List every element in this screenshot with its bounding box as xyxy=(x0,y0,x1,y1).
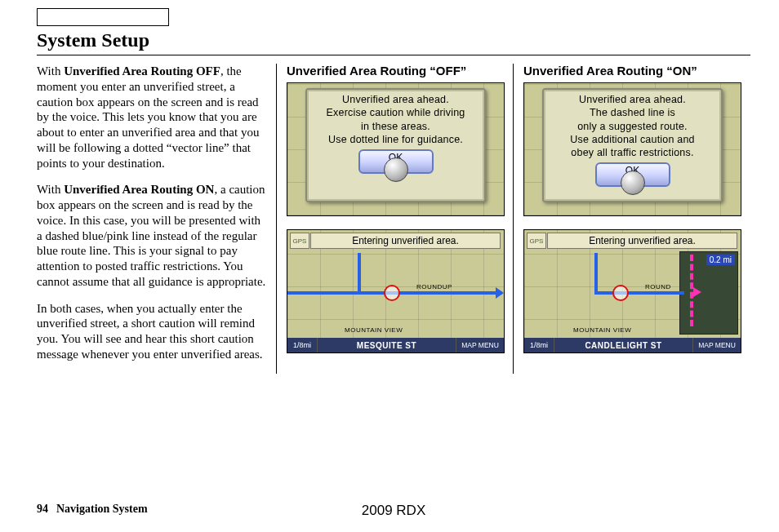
map-menu-button[interactable]: MAP MENU xyxy=(693,338,741,352)
bold-on: Unverified Area Routing ON xyxy=(64,183,214,196)
text: , the moment you enter an unverified str… xyxy=(37,64,259,170)
page-footer: 94 Navigation System 2009 RDX xyxy=(37,503,750,516)
road-label: ROUNDUP xyxy=(416,283,452,290)
map-bottom-bar: 1/8mi CANDLELIGHT ST MAP MENU xyxy=(524,338,741,352)
caution-dialog: Unverified area ahead. Exercise caution … xyxy=(305,88,486,202)
content-columns: With Unverified Area Routing OFF, the mo… xyxy=(37,64,750,374)
gps-indicator: GPS xyxy=(527,233,546,249)
subheading-off: Unverified Area Routing “OFF” xyxy=(287,64,503,78)
ok-button[interactable]: OK xyxy=(358,149,434,174)
ok-button[interactable]: OK xyxy=(595,162,670,187)
text: , a caution box appears on the screen an… xyxy=(37,183,265,288)
column-off: Unverified Area Routing “OFF” Unverified… xyxy=(277,64,514,374)
selector-knob-icon xyxy=(384,157,408,182)
current-street: MESQUITE ST xyxy=(317,338,456,352)
gps-indicator: GPS xyxy=(290,233,309,249)
dialog-line: in these areas. xyxy=(361,120,430,133)
horizontal-rule xyxy=(37,55,750,55)
vehicle-position-icon xyxy=(612,285,629,301)
dashed-route-line xyxy=(690,255,693,326)
distance-tag: 0.2 mi xyxy=(706,255,735,265)
route-line xyxy=(358,253,361,294)
text: With xyxy=(37,64,64,78)
dialog-line: obey all traffic restrictions. xyxy=(571,146,693,159)
road-label: MOUNTAIN VIEW xyxy=(573,326,631,334)
caution-banner: Entering unverified area. xyxy=(547,233,737,249)
dialog-line: Exercise caution while driving xyxy=(327,106,465,119)
route-line xyxy=(594,291,684,295)
screenshot-off-map: GPS Entering unverified area. ROUNDUP MO… xyxy=(287,229,505,353)
map-bottom-bar: 1/8mi MESQUITE ST MAP MENU xyxy=(287,338,504,352)
dialog-line: Use additional caution and xyxy=(570,133,695,146)
dialog-line: Unverified area ahead. xyxy=(579,93,686,106)
caution-banner: Entering unverified area. xyxy=(310,233,501,249)
route-line xyxy=(594,253,598,294)
text: With xyxy=(37,183,64,196)
model-year: 2009 RDX xyxy=(37,503,750,519)
guidance-panel: 0.2 mi xyxy=(679,251,738,335)
column-text: With Unverified Area Routing OFF, the mo… xyxy=(37,64,277,374)
map-menu-button[interactable]: MAP MENU xyxy=(456,338,504,352)
subheading-on: Unverified Area Routing “ON” xyxy=(523,64,741,78)
screenshot-off-dialog: Unverified area ahead. Exercise caution … xyxy=(287,82,505,216)
selector-knob-icon xyxy=(621,171,645,195)
screenshot-on-map: GPS Entering unverified area. 0.2 mi ROU… xyxy=(523,229,741,353)
dialog-line: only a suggested route. xyxy=(577,120,688,133)
caution-dialog: Unverified area ahead. The dashed line i… xyxy=(542,88,723,202)
screenshot-on-dialog: Unverified area ahead. The dashed line i… xyxy=(523,82,741,216)
page-title: System Setup xyxy=(37,29,750,51)
dialog-line: Use dotted line for guidance. xyxy=(328,133,463,146)
paragraph-on: With Unverified Area Routing ON, a cauti… xyxy=(37,182,266,289)
road-label: ROUND xyxy=(645,283,671,290)
dialog-line: Unverified area ahead. xyxy=(342,93,449,106)
redacted-box xyxy=(37,8,169,26)
map-scale: 1/8mi xyxy=(287,338,317,352)
vehicle-position-icon xyxy=(384,285,400,301)
paragraph-off: With Unverified Area Routing OFF, the mo… xyxy=(37,64,266,171)
bold-off: Unverified Area Routing OFF xyxy=(64,64,220,78)
map-scale: 1/8mi xyxy=(524,338,554,352)
road-label: MOUNTAIN VIEW xyxy=(345,326,403,334)
current-street: CANDLELIGHT ST xyxy=(554,338,693,352)
column-on: Unverified Area Routing “ON” Unverified … xyxy=(514,64,750,374)
dialog-line: The dashed line is xyxy=(590,106,675,119)
paragraph-both: In both cases, when you actually enter t… xyxy=(37,301,266,362)
